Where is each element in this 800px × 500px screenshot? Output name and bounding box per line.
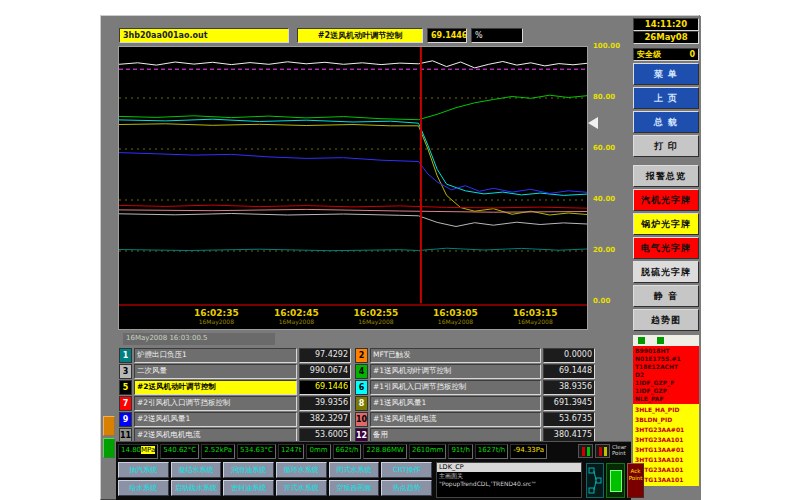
sidebar-annunciator-button[interactable]: 报警总览 xyxy=(633,165,699,187)
page-up-icon[interactable] xyxy=(638,337,645,344)
legend-label[interactable]: #1送风机风量1 xyxy=(370,396,541,411)
sidebar-annunciator-button[interactable]: 汽机光字牌 xyxy=(633,189,699,211)
legend-label[interactable]: MFT已触发 xyxy=(370,348,541,363)
alarm-tag[interactable]: 1IDF_GZP_F xyxy=(633,379,699,387)
alarm-tag[interactable]: 3HTG23AA101 xyxy=(633,435,699,445)
trend-line-motor-current xyxy=(119,214,587,227)
legend-row[interactable]: 4#1送风机动叶调节控制69.1448 xyxy=(355,364,595,379)
legend-label[interactable]: #1引风机入口调节挡板控制 xyxy=(370,380,541,395)
sidebar-nav-button[interactable]: 总 貌 xyxy=(633,111,699,133)
sidebar-annunciator-button[interactable]: 趋势图 xyxy=(633,309,699,331)
trend-line-fan1-blade xyxy=(119,95,587,120)
legend-label[interactable]: 炉膛出口负压1 xyxy=(134,348,297,363)
indicator-group: Clear Point xyxy=(578,444,634,458)
system-page-button[interactable]: 密封油系统 xyxy=(223,480,274,496)
screen-select-icon[interactable] xyxy=(606,463,625,498)
green-bar-icon xyxy=(587,447,590,456)
page-down-icon[interactable] xyxy=(657,337,664,344)
legend-row[interactable]: 6#1引风机入口调节挡板控制38.9356 xyxy=(355,380,595,395)
legend-row[interactable]: 9#2送风机风量1382.3297 xyxy=(119,412,351,427)
y-axis-label: 40.00 xyxy=(593,195,629,203)
time-axis-date: 16May2008 xyxy=(513,318,558,325)
alarm-tag[interactable]: 3HTG23AA#01 xyxy=(633,425,699,435)
legend-label[interactable]: 二次风量 xyxy=(134,364,297,379)
legend-row[interactable]: 3二次风量990.0674 xyxy=(119,364,351,379)
trend-plot-area[interactable] xyxy=(119,47,587,303)
system-page-button[interactable]: 给水系统 xyxy=(118,480,169,496)
annunciator-button-group: 报警总览汽机光字牌锅炉光字牌电气光字牌脱硫光字牌静 音趋势图 xyxy=(633,163,699,331)
legend-color-box: 10 xyxy=(355,412,368,427)
status-value: 228.86MW xyxy=(363,444,406,459)
system-page-button[interactable]: 空预器画面 xyxy=(329,480,380,496)
legend-row[interactable]: 8#1送风机风量1691.3945 xyxy=(355,396,595,411)
frame-tile-green[interactable] xyxy=(103,438,115,458)
point-description-field[interactable]: #2送风机动叶调节控制 xyxy=(297,28,423,43)
trend-line-spare xyxy=(119,209,587,212)
status-value: 14.80MPa xyxy=(118,444,158,459)
system-page-button[interactable]: 抽汽系统 xyxy=(118,462,169,478)
alarm-tag[interactable]: 3HTG13AA#01 xyxy=(633,445,699,455)
legend-value: 990.0674 xyxy=(299,364,351,379)
legend-row[interactable]: 2MFT已触发0.0000 xyxy=(355,348,595,363)
system-page-button[interactable]: 热点趋势 xyxy=(381,480,432,496)
red-bar-icon xyxy=(599,447,602,456)
time-axis-time: 16:02:55 xyxy=(354,308,399,318)
trend-line-furnace-pressure xyxy=(119,61,587,68)
trend-chart[interactable]: 16:02:3516May200816:02:4516May200816:02:… xyxy=(118,46,588,330)
legend-label[interactable]: #2送风机风量1 xyxy=(134,412,297,427)
network-icon[interactable] xyxy=(586,463,604,498)
legend-value: 97.4292 xyxy=(299,348,351,363)
alarm-tag[interactable]: NLE_PAF xyxy=(633,395,699,403)
frame-tile-orange[interactable] xyxy=(103,416,115,436)
sidebar-annunciator-button[interactable]: 静 音 xyxy=(633,285,699,307)
legend-label[interactable]: #2送风机动叶调节控制 xyxy=(134,380,297,395)
legend-row[interactable]: 10#1送风机电机电流53.6735 xyxy=(355,412,595,427)
alarm-tag[interactable]: D2 xyxy=(633,371,699,379)
legend-label[interactable]: #2引风机入口调节挡板控制 xyxy=(134,396,297,411)
sidebar-nav-button[interactable]: 打 印 xyxy=(633,135,699,157)
time-axis-label: 16:03:0516May2008 xyxy=(433,308,478,325)
log-header[interactable]: LDK_CP xyxy=(437,463,581,472)
system-page-button[interactable]: 开式水系统 xyxy=(276,480,327,496)
system-page-button[interactable]: 闭式水系统 xyxy=(329,462,380,478)
legend-label[interactable]: #1送风机电机电流 xyxy=(370,412,541,427)
time-axis: 16:02:3516May200816:02:4516May200816:02:… xyxy=(119,308,587,328)
legend-value: 38.9356 xyxy=(543,380,595,395)
sidebar-nav-button[interactable]: 菜 单 xyxy=(633,63,699,85)
alarm-tag[interactable]: N01E175S.#1 xyxy=(633,355,699,363)
system-page-button[interactable]: 启动疏水系统 xyxy=(171,480,222,496)
status-value: 91t/h xyxy=(448,444,472,459)
point-tag-field[interactable]: 3hb20aa001ao.out xyxy=(119,28,289,43)
traffic-light-icon[interactable] xyxy=(595,444,610,458)
system-page-button[interactable]: 循环水系统 xyxy=(276,462,327,478)
system-page-button[interactable]: 凝结水系统 xyxy=(171,462,222,478)
alarm-tag[interactable]: 1IDF_GZP xyxy=(633,387,699,395)
legend-row[interactable]: 7#2引风机入口调节挡板控制39.9356 xyxy=(119,396,351,411)
traffic-light-icon[interactable] xyxy=(578,444,593,458)
value-marker-arrow-icon[interactable] xyxy=(588,117,598,129)
legend-left-column: 1炉膛出口负压197.42923二次风量990.06745#2送风机动叶调节控制… xyxy=(119,348,351,444)
legend-label[interactable]: #1送风机动叶调节控制 xyxy=(370,364,541,379)
message-log[interactable]: LDK_CP 主画面关 "PopupTrendCDL,'TREND40.src'… xyxy=(436,462,582,498)
y-axis-label: 0.00 xyxy=(593,297,629,305)
system-page-button[interactable]: CRT操作 xyxy=(381,462,432,478)
alarm-tag[interactable]: 3HLE_HA_PID xyxy=(633,405,699,415)
log-line: "PopupTrendCDL,'TREND40.src'" xyxy=(437,480,581,488)
alarm-tag[interactable]: B99018HT xyxy=(633,347,699,355)
legend-row[interactable]: 1炉膛出口负压197.4292 xyxy=(119,348,351,363)
sidebar-annunciator-button[interactable]: 锅炉光字牌 xyxy=(633,213,699,235)
trend-line-idfan1-damper xyxy=(119,119,587,195)
sidebar-annunciator-button[interactable]: 脱硫光字牌 xyxy=(633,261,699,283)
alarm-tag[interactable]: 3BLDN_PID xyxy=(633,415,699,425)
alarm-tag[interactable]: T18E12ACHT xyxy=(633,363,699,371)
sidebar-nav-button[interactable]: 上 页 xyxy=(633,87,699,109)
network-glyph-icon xyxy=(587,464,603,497)
status-value: 1247t xyxy=(278,444,305,459)
alarm-ack-button[interactable]: Ack Point xyxy=(627,463,644,498)
trend-svg xyxy=(119,47,587,303)
sidebar-annunciator-button[interactable]: 电气光字牌 xyxy=(633,237,699,259)
legend-color-box: 7 xyxy=(119,396,132,411)
system-page-button[interactable]: 润滑油系统 xyxy=(223,462,274,478)
time-axis-label: 16:03:1516May2008 xyxy=(513,308,558,325)
legend-row[interactable]: 5#2送风机动叶调节控制69.1446 xyxy=(119,380,351,395)
